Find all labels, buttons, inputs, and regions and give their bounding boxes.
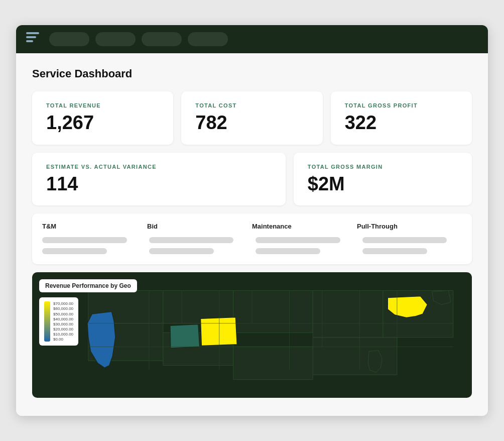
svg-marker-7 [313,291,383,338]
bar-maintenance-1 [256,237,340,243]
titlebar [16,25,488,53]
bar-cell-bid-2 [149,248,249,254]
kpi-value-cost: 782 [195,113,308,134]
bar-cell-maintenance-1 [256,237,355,243]
legend-val-5: $20,000.00 [53,327,73,332]
nav-pill-2[interactable] [95,32,136,46]
kpi-label-profit: TOTAL GROSS PROFIT [345,102,458,108]
bar-cell-pullthrough-1 [362,237,462,243]
app-logo [26,32,39,46]
nav-pill-3[interactable] [142,32,182,46]
kpi-row-1: TOTAL REVENUE 1,267 TOTAL COST 782 TOTAL… [32,91,472,145]
map-title: Revenue Performance by Geo [39,279,137,292]
bar-cell-pullthrough-2 [362,248,462,254]
table-section: T&M Bid Maintenance Pull-Through [32,213,472,264]
bar-bid-2 [149,248,214,254]
kpi-value-profit: 322 [345,113,458,134]
kpi-label-margin: TOTAL GROSS MARGIN [308,164,458,170]
col-header-tm: T&M [42,223,147,230]
bar-pullthrough-1 [362,237,447,243]
kpi-value-variance: 114 [46,174,272,195]
nav-pill-4[interactable] [188,32,228,46]
bar-maintenance-2 [256,248,320,254]
kpi-label-variance: ESTIMATE VS. ACTUAL VARIANCE [46,164,272,170]
table-header: T&M Bid Maintenance Pull-Through [42,223,462,230]
legend-val-0: $70,000.00 [53,301,73,306]
kpi-label-cost: TOTAL COST [195,102,308,108]
svg-marker-11 [313,338,397,375]
bar-pullthrough-2 [362,248,427,254]
bar-tm-1 [42,237,127,243]
kpi-value-margin: $2M [308,174,458,195]
svg-rect-2 [26,40,33,42]
bar-cell-maintenance-2 [256,248,355,254]
page-title: Service Dashboard [32,67,472,80]
bar-cell-bid-1 [149,237,249,243]
svg-rect-0 [26,32,39,34]
legend-gradient-bar [44,301,50,342]
col-header-bid: Bid [147,223,252,230]
kpi-card-revenue: TOTAL REVENUE 1,267 [32,91,173,145]
legend-val-4: $30,000.00 [53,322,73,326]
kpi-card-variance: ESTIMATE VS. ACTUAL VARIANCE 114 [32,153,286,206]
kpi-card-cost: TOTAL COST 782 [181,91,322,145]
main-window: Service Dashboard TOTAL REVENUE 1,267 TO… [16,25,488,416]
col-header-maintenance: Maintenance [252,223,357,230]
bar-tm-2 [42,248,107,254]
table-row-2 [42,248,462,254]
kpi-value-revenue: 1,267 [46,113,159,134]
legend-labels: $70,000.00 $60,000.00 $50,000.00 $40,000… [53,301,73,342]
kpi-card-profit: TOTAL GROSS PROFIT 322 [331,91,472,145]
legend-val-1: $60,000.00 [53,306,73,311]
legend-val-2: $50,000.00 [53,312,73,316]
table-row-1 [42,237,462,243]
legend-val-6: $10,000.00 [53,332,73,337]
legend-val-7: $0.00 [53,337,73,342]
kpi-row-2: ESTIMATE VS. ACTUAL VARIANCE 114 TOTAL G… [32,153,472,206]
bar-bid-1 [149,237,234,243]
main-content: Service Dashboard TOTAL REVENUE 1,267 TO… [16,53,488,416]
nav-pill-1[interactable] [49,32,89,46]
legend-val-3: $40,000.00 [53,317,73,321]
svg-marker-12 [233,347,313,380]
col-header-pullthrough: Pull-Through [357,223,462,230]
bar-cell-tm-2 [42,248,142,254]
map-legend: $70,000.00 $60,000.00 $50,000.00 $40,000… [39,297,78,346]
svg-marker-6 [233,291,313,333]
bar-cell-tm-1 [42,237,142,243]
kpi-label-revenue: TOTAL REVENUE [46,102,159,108]
map-section: Revenue Performance by Geo $70,000.00 $6… [32,272,472,398]
svg-rect-1 [26,36,36,38]
kpi-card-margin: TOTAL GROSS MARGIN $2M [294,153,472,206]
